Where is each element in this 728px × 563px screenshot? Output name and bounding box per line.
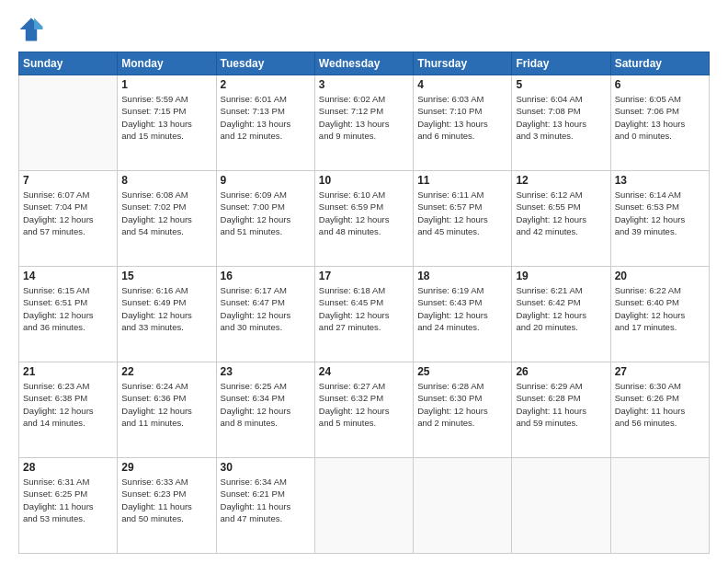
day-info: Sunrise: 6:22 AM Sunset: 6:40 PM Dayligh… <box>615 284 705 333</box>
day-info: Sunrise: 6:18 AM Sunset: 6:45 PM Dayligh… <box>319 284 409 333</box>
calendar-cell: 3Sunrise: 6:02 AM Sunset: 7:12 PM Daylig… <box>314 75 413 171</box>
page: SundayMondayTuesdayWednesdayThursdayFrid… <box>0 0 728 563</box>
calendar-cell: 26Sunrise: 6:29 AM Sunset: 6:28 PM Dayli… <box>512 362 610 458</box>
calendar-cell: 23Sunrise: 6:25 AM Sunset: 6:34 PM Dayli… <box>216 362 314 458</box>
day-number: 6 <box>615 78 705 91</box>
calendar-cell: 13Sunrise: 6:14 AM Sunset: 6:53 PM Dayli… <box>610 171 709 267</box>
day-number: 22 <box>121 365 211 378</box>
day-info: Sunrise: 6:25 AM Sunset: 6:34 PM Dayligh… <box>221 380 311 429</box>
calendar-cell: 14Sunrise: 6:15 AM Sunset: 6:51 PM Dayli… <box>19 267 118 362</box>
day-number: 12 <box>516 174 606 187</box>
day-info: Sunrise: 6:01 AM Sunset: 7:13 PM Dayligh… <box>221 93 311 142</box>
day-number: 13 <box>615 174 705 187</box>
day-number: 30 <box>221 461 311 474</box>
day-number: 29 <box>121 461 211 474</box>
calendar-cell: 15Sunrise: 6:16 AM Sunset: 6:49 PM Dayli… <box>118 267 216 362</box>
day-info: Sunrise: 6:07 AM Sunset: 7:04 PM Dayligh… <box>23 189 113 237</box>
day-info: Sunrise: 5:59 AM Sunset: 7:15 PM Dayligh… <box>121 93 211 142</box>
weekday-header-monday: Monday <box>118 52 216 75</box>
day-number: 25 <box>417 365 507 378</box>
day-info: Sunrise: 6:21 AM Sunset: 6:42 PM Dayligh… <box>516 284 606 333</box>
calendar-cell <box>314 458 413 554</box>
day-number: 1 <box>121 78 211 91</box>
calendar-cell: 11Sunrise: 6:11 AM Sunset: 6:57 PM Dayli… <box>414 171 512 267</box>
calendar-cell: 20Sunrise: 6:22 AM Sunset: 6:40 PM Dayli… <box>610 267 709 362</box>
day-info: Sunrise: 6:28 AM Sunset: 6:30 PM Dayligh… <box>417 380 507 429</box>
calendar-cell <box>512 458 610 554</box>
day-info: Sunrise: 6:05 AM Sunset: 7:06 PM Dayligh… <box>615 93 705 142</box>
day-info: Sunrise: 6:15 AM Sunset: 6:51 PM Dayligh… <box>23 284 113 333</box>
calendar-cell: 28Sunrise: 6:31 AM Sunset: 6:25 PM Dayli… <box>19 458 118 554</box>
calendar-cell: 22Sunrise: 6:24 AM Sunset: 6:36 PM Dayli… <box>118 362 216 458</box>
day-info: Sunrise: 6:09 AM Sunset: 7:00 PM Dayligh… <box>221 189 311 237</box>
day-number: 8 <box>121 174 211 187</box>
day-number: 28 <box>23 461 113 474</box>
day-number: 23 <box>221 365 311 378</box>
day-number: 20 <box>615 270 705 282</box>
day-info: Sunrise: 6:34 AM Sunset: 6:21 PM Dayligh… <box>221 476 311 524</box>
calendar-cell: 4Sunrise: 6:03 AM Sunset: 7:10 PM Daylig… <box>414 75 512 171</box>
calendar-cell: 2Sunrise: 6:01 AM Sunset: 7:13 PM Daylig… <box>216 75 314 171</box>
day-info: Sunrise: 6:04 AM Sunset: 7:08 PM Dayligh… <box>516 93 606 142</box>
week-row-4: 21Sunrise: 6:23 AM Sunset: 6:38 PM Dayli… <box>19 362 710 458</box>
day-number: 19 <box>516 270 606 282</box>
day-info: Sunrise: 6:23 AM Sunset: 6:38 PM Dayligh… <box>23 380 113 429</box>
calendar-cell: 19Sunrise: 6:21 AM Sunset: 6:42 PM Dayli… <box>512 267 610 362</box>
calendar-cell: 9Sunrise: 6:09 AM Sunset: 7:00 PM Daylig… <box>216 171 314 267</box>
weekday-header-tuesday: Tuesday <box>216 52 314 75</box>
day-number: 3 <box>319 78 409 91</box>
calendar-cell: 5Sunrise: 6:04 AM Sunset: 7:08 PM Daylig… <box>512 75 610 171</box>
calendar-cell: 17Sunrise: 6:18 AM Sunset: 6:45 PM Dayli… <box>314 267 413 362</box>
day-number: 4 <box>417 78 507 91</box>
header <box>18 17 710 42</box>
calendar-table: SundayMondayTuesdayWednesdayThursdayFrid… <box>18 52 710 554</box>
day-number: 2 <box>221 78 311 91</box>
day-number: 5 <box>516 78 606 91</box>
calendar-cell: 10Sunrise: 6:10 AM Sunset: 6:59 PM Dayli… <box>314 171 413 267</box>
weekday-header-sunday: Sunday <box>19 52 118 75</box>
calendar-cell: 24Sunrise: 6:27 AM Sunset: 6:32 PM Dayli… <box>314 362 413 458</box>
calendar-cell <box>414 458 512 554</box>
day-info: Sunrise: 6:30 AM Sunset: 6:26 PM Dayligh… <box>615 380 705 429</box>
day-info: Sunrise: 6:17 AM Sunset: 6:47 PM Dayligh… <box>221 284 311 333</box>
day-number: 9 <box>221 174 311 187</box>
weekday-header-wednesday: Wednesday <box>314 52 413 75</box>
day-number: 18 <box>417 270 507 282</box>
day-info: Sunrise: 6:33 AM Sunset: 6:23 PM Dayligh… <box>121 476 211 524</box>
day-number: 15 <box>121 270 211 282</box>
day-number: 27 <box>615 365 705 378</box>
logo <box>18 17 48 42</box>
week-row-1: 1Sunrise: 5:59 AM Sunset: 7:15 PM Daylig… <box>19 75 710 171</box>
day-info: Sunrise: 6:31 AM Sunset: 6:25 PM Dayligh… <box>23 476 113 524</box>
weekday-header-saturday: Saturday <box>610 52 709 75</box>
day-info: Sunrise: 6:08 AM Sunset: 7:02 PM Dayligh… <box>121 189 211 237</box>
calendar-cell: 7Sunrise: 6:07 AM Sunset: 7:04 PM Daylig… <box>19 171 118 267</box>
calendar-cell: 12Sunrise: 6:12 AM Sunset: 6:55 PM Dayli… <box>512 171 610 267</box>
day-number: 24 <box>319 365 409 378</box>
day-info: Sunrise: 6:02 AM Sunset: 7:12 PM Dayligh… <box>319 93 409 142</box>
day-number: 11 <box>417 174 507 187</box>
weekday-header-row: SundayMondayTuesdayWednesdayThursdayFrid… <box>19 52 710 75</box>
day-info: Sunrise: 6:10 AM Sunset: 6:59 PM Dayligh… <box>319 189 409 237</box>
day-info: Sunrise: 6:03 AM Sunset: 7:10 PM Dayligh… <box>417 93 507 142</box>
calendar-cell: 29Sunrise: 6:33 AM Sunset: 6:23 PM Dayli… <box>118 458 216 554</box>
week-row-5: 28Sunrise: 6:31 AM Sunset: 6:25 PM Dayli… <box>19 458 710 554</box>
calendar-cell: 6Sunrise: 6:05 AM Sunset: 7:06 PM Daylig… <box>610 75 709 171</box>
week-row-2: 7Sunrise: 6:07 AM Sunset: 7:04 PM Daylig… <box>19 171 710 267</box>
calendar-cell: 8Sunrise: 6:08 AM Sunset: 7:02 PM Daylig… <box>118 171 216 267</box>
week-row-3: 14Sunrise: 6:15 AM Sunset: 6:51 PM Dayli… <box>19 267 710 362</box>
day-number: 17 <box>319 270 409 282</box>
calendar-cell: 25Sunrise: 6:28 AM Sunset: 6:30 PM Dayli… <box>414 362 512 458</box>
day-number: 26 <box>516 365 606 378</box>
weekday-header-friday: Friday <box>512 52 610 75</box>
calendar-cell: 16Sunrise: 6:17 AM Sunset: 6:47 PM Dayli… <box>216 267 314 362</box>
day-info: Sunrise: 6:11 AM Sunset: 6:57 PM Dayligh… <box>417 189 507 237</box>
calendar-cell: 27Sunrise: 6:30 AM Sunset: 6:26 PM Dayli… <box>610 362 709 458</box>
calendar-cell: 21Sunrise: 6:23 AM Sunset: 6:38 PM Dayli… <box>19 362 118 458</box>
day-number: 16 <box>221 270 311 282</box>
day-info: Sunrise: 6:27 AM Sunset: 6:32 PM Dayligh… <box>319 380 409 429</box>
day-info: Sunrise: 6:24 AM Sunset: 6:36 PM Dayligh… <box>121 380 211 429</box>
day-info: Sunrise: 6:12 AM Sunset: 6:55 PM Dayligh… <box>516 189 606 237</box>
svg-marker-1 <box>34 18 42 29</box>
day-number: 14 <box>23 270 113 282</box>
